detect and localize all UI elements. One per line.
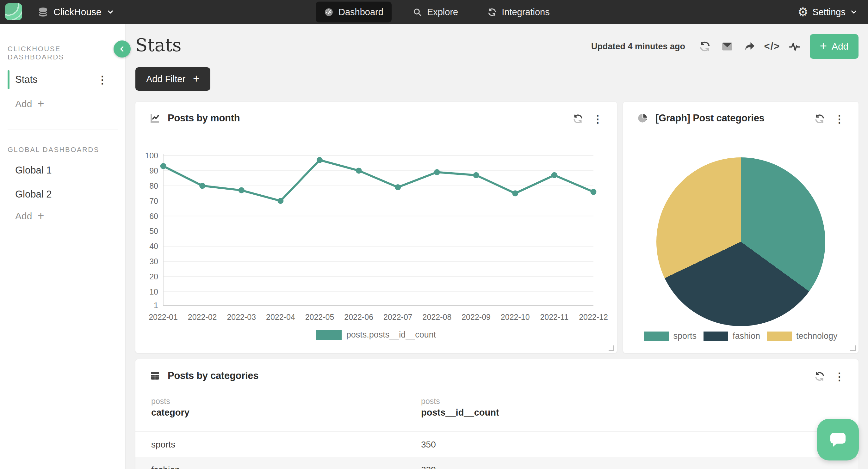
sidebar-item-stats[interactable]: Stats⋮	[0, 70, 125, 90]
pie-chart	[656, 157, 825, 326]
add-filter-button[interactable]: Add Filter +	[135, 67, 210, 91]
chevron-down-icon	[850, 8, 858, 16]
panel-header: Posts by month	[149, 112, 240, 124]
table-cell: fashion	[151, 465, 180, 469]
add-button-label: Add	[832, 41, 848, 52]
table-icon	[149, 370, 161, 381]
workspace-name: ClickHouse	[54, 7, 101, 18]
sidebar-item-label: Global 2	[15, 189, 52, 200]
mail-icon	[721, 40, 734, 53]
svg-text:20: 20	[149, 272, 158, 281]
kebab-menu-icon[interactable]: ⋮	[592, 114, 603, 124]
gauge-icon	[324, 7, 334, 17]
svg-text:80: 80	[149, 181, 158, 190]
legend-label: sports	[673, 331, 696, 341]
posts-by-categories-panel: Posts by categories ⋮ postscategoryposts…	[135, 359, 859, 469]
chevron-down-icon	[106, 8, 115, 16]
sidebar-add-dashboard[interactable]: Add +	[15, 99, 125, 109]
top-navbar: ClickHouse DashboardExploreIntegrations …	[0, 0, 868, 24]
add-filter-label: Add Filter	[146, 74, 185, 85]
app-logo[interactable]	[5, 3, 22, 20]
email-button[interactable]	[720, 39, 735, 54]
legend-swatch	[767, 332, 792, 341]
panel-title: Posts by month	[168, 112, 240, 124]
svg-text:2022-12: 2022-12	[579, 312, 608, 322]
tab-label: Dashboard	[338, 7, 383, 18]
refresh-icon	[699, 40, 711, 53]
refresh-icon[interactable]	[572, 113, 584, 125]
column-group-label: posts	[421, 397, 440, 406]
resize-handle[interactable]	[850, 345, 856, 351]
svg-text:2022-11: 2022-11	[540, 312, 568, 322]
embed-code-button[interactable]: </>	[765, 39, 779, 54]
add-label: Add	[15, 211, 32, 222]
svg-text:2022-07: 2022-07	[383, 312, 412, 322]
sidebar-item-global-1[interactable]: Global 1	[0, 163, 125, 178]
table-row[interactable]: sports350	[135, 432, 859, 457]
sync-icon	[487, 7, 497, 17]
activity-button[interactable]	[787, 39, 802, 54]
legend-swatch	[704, 332, 728, 341]
sidebar-add-global-dashboard[interactable]: Add +	[15, 211, 125, 222]
settings-label: Settings	[812, 7, 845, 18]
svg-text:40: 40	[149, 242, 158, 250]
kebab-menu-icon[interactable]: ⋮	[834, 114, 845, 124]
kebab-menu-icon[interactable]: ⋮	[834, 371, 845, 382]
chevron-left-icon	[118, 45, 126, 53]
line-chart: 10090807060504030201012022-012022-022022…	[137, 151, 614, 330]
workspace-switcher[interactable]: ClickHouse	[37, 0, 115, 24]
svg-text:2022-10: 2022-10	[501, 312, 530, 322]
sidebar-item-global-2[interactable]: Global 2	[0, 187, 125, 202]
panel-header: [Graph] Post categories	[637, 112, 765, 124]
tab-explore[interactable]: Explore	[404, 2, 466, 23]
refresh-button[interactable]	[698, 39, 712, 54]
share-button[interactable]	[742, 39, 757, 54]
tab-dashboard[interactable]: Dashboard	[316, 2, 392, 23]
plus-icon: +	[193, 73, 199, 85]
resize-handle[interactable]	[609, 345, 614, 351]
table-row[interactable]: fashion329	[135, 457, 859, 469]
svg-text:30: 30	[149, 257, 158, 266]
panel-title: Posts by categories	[168, 370, 258, 381]
tab-integrations[interactable]: Integrations	[479, 2, 558, 23]
pie-chart-legend: sportsfashiontechnology	[623, 331, 859, 341]
sidebar-section-title: GLOBAL DASHBOARDS	[8, 146, 118, 154]
column-header[interactable]: posts__id__count	[421, 407, 499, 418]
panel-header: Posts by categories	[149, 370, 258, 381]
refresh-icon[interactable]	[814, 371, 825, 382]
tab-label: Explore	[427, 7, 458, 18]
svg-text:1: 1	[154, 301, 158, 310]
line-chart-icon	[149, 112, 161, 124]
sidebar-section-items: Global 1Global 2	[0, 163, 125, 202]
sidebar-collapse-button[interactable]	[114, 40, 131, 58]
svg-text:2022-01: 2022-01	[149, 312, 178, 322]
updated-timestamp: Updated 4 minutes ago	[591, 42, 685, 52]
column-header[interactable]: category	[151, 407, 189, 418]
sidebar-item-label: Stats	[15, 74, 38, 85]
code-icon: </>	[764, 41, 780, 52]
kebab-menu-icon[interactable]: ⋮	[97, 74, 107, 86]
search-icon	[412, 7, 422, 17]
svg-text:70: 70	[149, 197, 158, 205]
chat-launcher-button[interactable]	[817, 419, 859, 461]
sidebar-divider	[8, 130, 118, 130]
legend-label: fashion	[733, 331, 760, 341]
pulse-icon	[788, 40, 801, 53]
plus-icon: +	[820, 40, 827, 52]
settings-menu[interactable]: ⚙ Settings	[798, 0, 858, 24]
svg-text:2022-08: 2022-08	[423, 312, 452, 322]
svg-text:2022-09: 2022-09	[462, 312, 491, 322]
table-cell: 350	[421, 440, 436, 450]
svg-text:60: 60	[149, 212, 158, 221]
panel-title: [Graph] Post categories	[655, 112, 765, 124]
add-chart-button[interactable]: + Add	[810, 34, 859, 59]
sidebar: CLICKHOUSE DASHBOARDS Stats⋮ Add + GLOBA…	[0, 24, 126, 469]
line-chart-legend: posts.posts__id__count	[135, 330, 617, 340]
page-title: Stats	[135, 35, 182, 55]
svg-text:50: 50	[149, 227, 158, 235]
svg-text:2022-04: 2022-04	[266, 312, 295, 322]
refresh-icon[interactable]	[814, 113, 825, 125]
svg-text:2022-05: 2022-05	[305, 312, 334, 322]
speech-bubble-icon	[827, 429, 849, 450]
share-icon	[743, 40, 756, 53]
